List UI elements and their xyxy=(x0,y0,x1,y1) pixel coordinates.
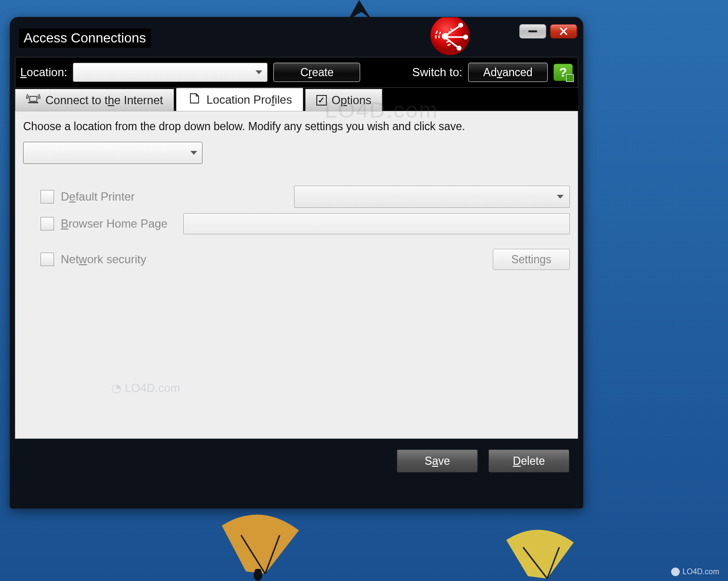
default-printer-label: Default Printer xyxy=(61,190,135,203)
instruction-text: Choose a location from the drop down bel… xyxy=(23,120,570,133)
tab-location-profiles[interactable]: Location Profiles xyxy=(176,88,303,111)
save-button[interactable]: Save xyxy=(397,449,478,473)
homepage-input[interactable] xyxy=(183,213,570,234)
titlebar: Access Connections xyxy=(10,17,583,46)
attribution-icon xyxy=(671,567,680,576)
profile-dropdown[interactable] xyxy=(23,142,202,164)
toolbar: Location: Create Switch to: Advanced ? xyxy=(15,57,578,88)
page-attribution: LO4D.com xyxy=(671,567,719,576)
bg-figure-para2 xyxy=(501,521,579,581)
chevron-down-icon xyxy=(190,151,197,155)
svg-point-5 xyxy=(458,23,463,27)
bg-figure-para1 xyxy=(212,506,309,581)
app-logo-icon xyxy=(430,17,471,56)
help-icon[interactable]: ? xyxy=(553,64,573,81)
location-dropdown[interactable] xyxy=(73,63,268,82)
advanced-button[interactable]: Advanced xyxy=(468,63,548,82)
content-panel: Choose a location from the drop down bel… xyxy=(15,111,578,439)
create-button[interactable]: Create xyxy=(273,63,360,82)
switch-to-label: Switch to: xyxy=(412,66,462,79)
profile-form: Default Printer Browser Home Page Networ… xyxy=(23,183,570,273)
app-title: Access Connections xyxy=(19,28,151,48)
tabbar: Connect to the Internet Location Profile… xyxy=(15,88,578,111)
browser-homepage-checkbox[interactable] xyxy=(40,217,54,230)
checkbox-icon xyxy=(316,95,327,106)
laptop-wifi-icon xyxy=(26,93,40,108)
page-icon xyxy=(187,93,202,107)
tab-connect-internet[interactable]: Connect to the Internet xyxy=(15,89,174,111)
browser-homepage-label: Browser Home Page xyxy=(61,217,176,230)
chevron-down-icon xyxy=(256,70,262,74)
svg-rect-10 xyxy=(30,96,37,101)
location-label: Location: xyxy=(20,66,67,79)
network-security-checkbox[interactable] xyxy=(40,253,54,266)
tab-options[interactable]: Options xyxy=(305,89,383,111)
printer-dropdown[interactable] xyxy=(294,186,570,208)
chevron-down-icon xyxy=(557,195,564,199)
app-window: Access Connections Location: Create Swit… xyxy=(10,17,583,509)
svg-rect-11 xyxy=(28,102,39,103)
minimize-button[interactable] xyxy=(519,24,546,39)
delete-button[interactable]: Delete xyxy=(488,449,569,473)
footer: Save Delete xyxy=(10,439,583,473)
svg-point-9 xyxy=(457,46,461,51)
settings-button[interactable]: Settings xyxy=(493,249,570,270)
svg-point-7 xyxy=(463,35,468,40)
close-button[interactable] xyxy=(550,24,577,39)
default-printer-checkbox[interactable] xyxy=(40,190,54,203)
network-security-label: Network security xyxy=(61,253,146,266)
